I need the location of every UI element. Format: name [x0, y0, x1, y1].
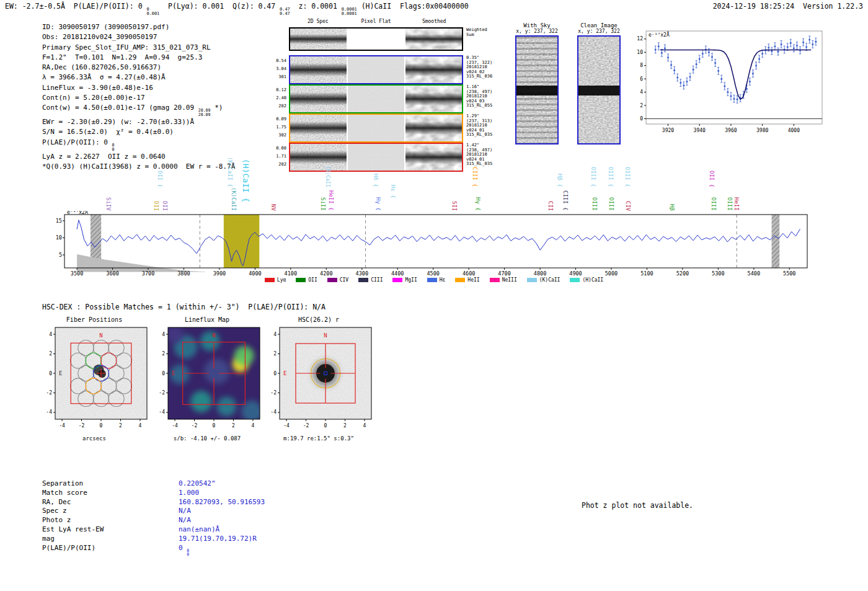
info-line: Cont(w) = 4.50(±0.01)e-17 (gmag 20.09 20… — [42, 103, 235, 117]
emission-line-label: CIV — [625, 201, 631, 211]
match-table-row: Est LyA rest-EWnan(±nan)Å — [42, 525, 265, 535]
legend-item: (K)CaII — [527, 277, 560, 283]
match-table-label: mag — [42, 535, 179, 544]
cutout-cell-spec2d — [290, 115, 347, 141]
cutout-cell-spec2d — [290, 56, 347, 83]
svg-text:2: 2 — [232, 423, 235, 429]
legend-swatch — [392, 278, 402, 282]
match-table-label: P(LAE)/P(OII) — [42, 544, 179, 558]
info-line: F=1.2" T=0.101 N=1.29 A=0.94 g=25.3 — [42, 53, 235, 63]
lineflux-map-panel: Lineflux Map -4-4-2-2002244NE s/b: -4.10… — [148, 316, 267, 442]
svg-text:15: 15 — [56, 218, 62, 224]
emission-line-label: SII — [451, 201, 457, 211]
svg-text:-4: -4 — [159, 409, 165, 415]
with-sky-panel: With Sky x, y: 237, 322 — [513, 22, 560, 144]
legend-item: HeII — [455, 277, 479, 283]
fiber-positions-plot: -4-4-2-2002244NE — [37, 324, 152, 433]
header-stats: EW: -2.7±-0.5Å P(LAE)/P(OII): 0 00.001 P… — [5, 2, 469, 17]
match-table-label: Spec z — [42, 507, 179, 516]
cutout-row — [289, 27, 463, 51]
legend-item: CIII — [358, 277, 383, 283]
sky-trace-band — [516, 86, 557, 96]
legend-swatch — [527, 278, 537, 282]
svg-text:0: 0 — [49, 371, 52, 376]
emission-line-label: SiII — [320, 197, 326, 211]
svg-text:3960: 3960 — [725, 128, 737, 133]
cutout-cell-flat — [348, 86, 404, 112]
legend-swatch — [570, 278, 580, 282]
svg-text:-2: -2 — [159, 390, 165, 396]
cutout-row-annotation: WeightedSum — [466, 28, 487, 37]
match-table-row: RA, Dec160.827093, 50.916593 — [42, 498, 265, 507]
emission-line-label: SiIV — [105, 197, 111, 211]
svg-text:5300: 5300 — [712, 270, 724, 277]
svg-text:4300: 4300 — [356, 270, 368, 277]
svg-text:3940: 3940 — [694, 128, 706, 133]
photz-note: Phot z plot not available. — [582, 501, 693, 510]
line-fit-zoom-plot: 39203940396039804000024681012e⁻¹⁷x2Å — [627, 25, 827, 138]
svg-text:5000: 5000 — [605, 270, 618, 277]
match-table-label: Est LyA rest-EW — [42, 525, 179, 535]
svg-text:0: 0 — [100, 423, 103, 429]
svg-text:-2: -2 — [270, 390, 277, 396]
hsc-r-panel: HSC(26.2) r -4-4-2-2002244NE m:19.7 re:1… — [259, 316, 378, 442]
svg-text:10: 10 — [637, 50, 643, 55]
svg-text:4600: 4600 — [463, 270, 475, 277]
svg-text:N: N — [99, 332, 102, 339]
svg-text:E: E — [59, 370, 62, 376]
emission-line-label: OIII — [727, 197, 732, 211]
emission-line-label: (K)CaII — [325, 166, 330, 187]
cutout-row-scale-labels: 0.543.04301 — [248, 57, 286, 81]
svg-text:4: 4 — [49, 332, 52, 337]
match-table-row: P(LAE)/P(OII)0 00 — [42, 544, 265, 558]
match-table-value: 0.220542" — [179, 479, 216, 489]
svg-text:0: 0 — [213, 423, 216, 429]
fiber-positions-xlabel: arcsecs — [35, 435, 154, 442]
svg-text:3600: 3600 — [106, 270, 118, 277]
svg-text:-4: -4 — [283, 423, 290, 429]
svg-text:4: 4 — [139, 423, 142, 429]
clean-image — [577, 35, 621, 144]
emission-line-label: OII { — [157, 171, 162, 187]
svg-text:10: 10 — [56, 234, 62, 241]
match-table-row: Separation0.220542" — [42, 479, 265, 489]
cutout-row — [289, 84, 463, 113]
header-timestamp-version: 2024-12-19 18:25:24 Version 1.22.3 — [713, 2, 863, 11]
clean-image-title: Clean Image — [575, 22, 622, 29]
svg-text:4: 4 — [162, 332, 165, 337]
emission-line-labels: SiIVOII {OIIOII(K)CaII {(K)CaII(H)CaII {… — [56, 151, 812, 212]
cutout-row-scale-labels: 0.122.40282 — [248, 86, 286, 110]
emission-line-label: OIII — [608, 197, 614, 211]
svg-text:5500: 5500 — [783, 270, 795, 277]
svg-text:-4: -4 — [46, 409, 52, 415]
svg-text:-4: -4 — [172, 423, 178, 429]
svg-text:4: 4 — [363, 423, 366, 429]
match-table-value: N/A — [179, 507, 191, 516]
cutout-row-scale-labels: 0.091.75302 — [248, 115, 286, 140]
legend-item: Lyα — [265, 277, 286, 283]
svg-text:-4: -4 — [270, 409, 277, 415]
svg-text:e⁻¹⁷x2Å: e⁻¹⁷x2Å — [649, 31, 670, 38]
emission-line-label: (K)CaII — [231, 187, 236, 211]
emission-line-label: Hε { — [390, 185, 396, 198]
cutout-cell-flat — [348, 56, 404, 83]
version-label: Version 1.22.3 — [803, 2, 863, 11]
svg-text:2: 2 — [162, 351, 165, 357]
svg-text:-2: -2 — [303, 423, 309, 429]
emission-line-label: CII — [547, 201, 553, 211]
info-line: ID: 3090050197 (3090050197.pdf) — [42, 22, 235, 32]
with-sky-coords: x, y: 237, 322 — [513, 29, 560, 34]
svg-text:5100: 5100 — [640, 270, 653, 277]
svg-text:2: 2 — [640, 103, 643, 109]
legend-swatch — [490, 278, 500, 282]
hsc-r-plot: -4-4-2-2002244NE — [261, 324, 376, 433]
svg-text:N: N — [324, 332, 327, 339]
svg-text:4: 4 — [640, 89, 643, 95]
lineflux-map-plot: -4-4-2-2002244NE — [149, 324, 265, 433]
emission-line-label: OII { — [709, 171, 714, 187]
hsc-r-title: HSC(26.2) r — [259, 316, 378, 323]
col-header-2dspec: 2D Spec — [289, 19, 347, 24]
svg-text:2: 2 — [119, 423, 122, 429]
svg-text:2: 2 — [343, 423, 347, 429]
hscdex-matches-line: HSC-DEX : Possible Matches = 1 (within +… — [42, 303, 326, 311]
